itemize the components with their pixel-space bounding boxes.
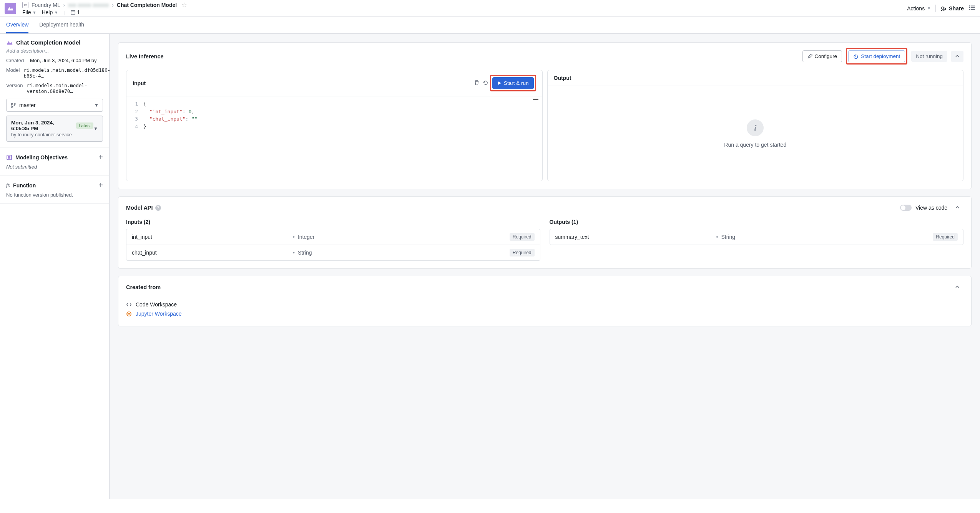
objectives-title: Modeling Objectives [15,154,68,161]
tab-overview[interactable]: Overview [6,17,28,33]
caret-down-icon: ▼ [93,126,98,131]
svg-point-8 [969,7,970,8]
breadcrumb-root[interactable]: Foundry ML [32,2,60,8]
breadcrumb: ▭ Foundry ML › xxx xxxxx xxxxxx › Chat C… [22,1,187,8]
resource-count[interactable]: 1 [70,9,80,15]
required-badge: Required [510,249,535,256]
input-name: chat_input [132,250,293,256]
svg-point-10 [969,9,970,10]
code-key-2: "chat_input" [149,116,186,122]
tab-deployment-health[interactable]: Deployment health [39,17,84,33]
function-status: No function version published. [6,192,103,198]
app-logo[interactable] [5,3,16,14]
model-api-panel: Model API ? View as code Inputs (2) [118,196,972,269]
start-deployment-label: Start deployment [861,53,900,59]
code-workspace-label: Code Workspace [136,301,177,308]
inputs-table: int_input Integer Required chat_input St… [126,229,540,261]
branch-value: master [19,102,36,108]
svg-point-13 [14,103,15,104]
code-key-1: "int_input" [149,109,183,114]
live-inference-title: Live Inference [126,53,164,60]
deployment-status: Not running [911,51,947,62]
highlight-start-run: Start & run [490,75,536,91]
file-menu[interactable]: File ▼ [22,9,36,15]
reset-button[interactable] [481,78,490,88]
branch-icon [10,103,16,108]
output-empty-state: i Run a query to get started [548,86,963,181]
divider [935,5,936,12]
jupyter-icon [126,311,132,317]
model-icon [6,40,13,45]
latest-badge: Latest [76,122,93,129]
tabs: Overview Deployment health [0,17,980,34]
jupyter-workspace-link[interactable]: Jupyter Workspace [136,311,182,317]
branch-select[interactable]: master ▼ [6,99,103,112]
input-name: int_input [132,234,293,240]
start-deployment-button[interactable]: Start deployment [848,50,905,62]
svg-rect-11 [971,9,975,10]
input-type: Integer [293,234,510,240]
svg-rect-9 [971,7,975,8]
svg-rect-1 [71,11,72,12]
inputs-subtitle: Inputs (2) [126,219,540,225]
add-objective-button[interactable]: + [98,153,103,162]
breadcrumb-mid[interactable]: xxx xxxxx xxxxxx [68,2,109,8]
svg-rect-7 [971,6,975,7]
created-item-code-workspace: Code Workspace [126,300,963,309]
main-content: Live Inference Configure Start deploymen… [110,34,980,499]
help-icon[interactable]: ? [155,205,161,211]
power-icon [853,54,859,59]
help-menu[interactable]: Help ▼ [42,9,58,15]
description-placeholder[interactable]: Add a description... [6,48,103,54]
collapse-created-button[interactable] [951,281,963,293]
svg-rect-2 [73,11,73,12]
add-function-button[interactable]: + [98,181,103,190]
version-label: Version [6,83,23,94]
chevron-up-icon [955,285,960,289]
output-row: summary_text String Required [550,229,963,245]
actions-label: Actions [907,5,925,12]
code-icon [126,302,132,308]
sidebar-function: fx Function + No function version publis… [0,175,109,204]
caret-down-icon: ▼ [33,10,37,15]
caret-down-icon: ▼ [94,103,99,108]
start-run-button[interactable]: Start & run [492,77,534,89]
outputs-column: Outputs (1) summary_text String Required [550,219,964,261]
inputs-column: Inputs (2) int_input Integer Required ch… [126,219,540,261]
layout: Chat Completion Model Add a description.… [0,34,980,499]
version-select[interactable]: Mon, Jun 3, 2024, 6:05:35 PM Latest by f… [6,116,103,142]
svg-point-12 [11,103,13,104]
version-author: by foundry-container-service [11,132,93,137]
logo-icon [7,6,14,11]
caret-down-icon: ▼ [927,6,931,10]
created-value: Mon, Jun 3, 2024, 6:04 PM by [30,58,96,63]
trash-icon [474,80,480,86]
output-empty-text: Run a query to get started [724,142,786,148]
code-editor[interactable]: 1{ 2 "int_input": 0, 3 "chat_input": "" … [126,96,542,134]
required-badge: Required [510,233,535,241]
minimap [533,99,538,100]
sidebar-title: Chat Completion Model [16,39,81,46]
collapse-api-button[interactable] [951,202,963,213]
actions-menu[interactable]: Actions ▼ [907,5,931,12]
collapse-button[interactable] [951,51,963,62]
svg-point-6 [969,5,970,7]
output-title: Output [554,75,571,81]
chevron-right-icon: › [112,2,114,8]
star-icon[interactable]: ☆ [181,1,187,8]
trash-button[interactable] [472,78,481,88]
created-from-panel: Created from Code Workspace Jupyter Work… [118,276,972,326]
objectives-status: Not submitted [6,164,103,170]
view-as-code-toggle[interactable] [900,205,912,211]
chevron-up-icon [955,205,960,210]
svg-rect-3 [73,11,74,12]
configure-label: Configure [815,53,837,59]
configure-button[interactable]: Configure [802,50,842,62]
highlight-start-deployment: Start deployment [846,48,907,65]
list-icon[interactable] [968,4,975,12]
input-type: String [293,250,510,256]
code-val-2: "" [191,116,198,122]
breadcrumb-current[interactable]: Chat Completion Model [117,2,177,8]
created-item-jupyter: Jupyter Workspace [126,309,963,318]
share-button[interactable]: Share [940,5,964,12]
